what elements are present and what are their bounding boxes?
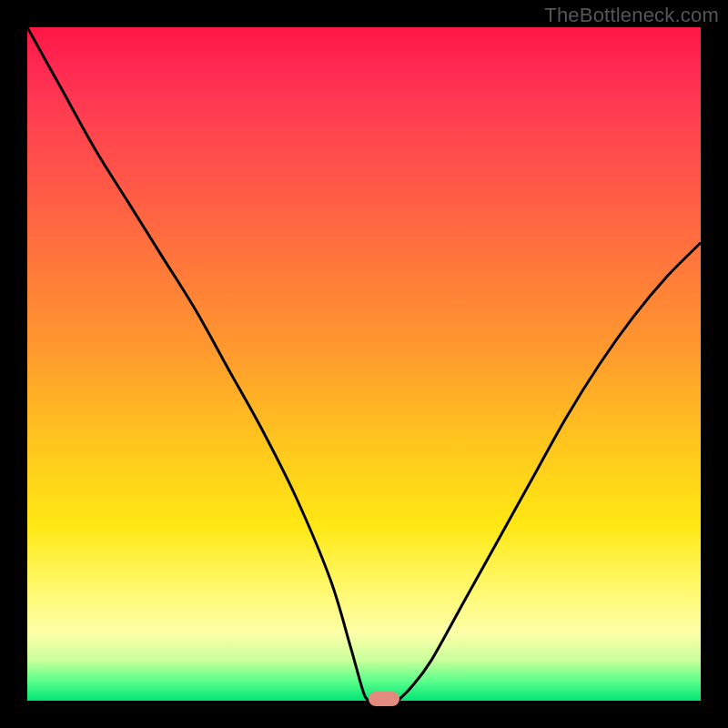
bottleneck-curve xyxy=(27,27,701,701)
curve-path xyxy=(27,27,701,702)
optimum-marker xyxy=(369,692,399,706)
plot-area xyxy=(27,27,701,701)
watermark-text: TheBottleneck.com xyxy=(544,4,719,27)
chart-frame: TheBottleneck.com xyxy=(0,0,728,728)
